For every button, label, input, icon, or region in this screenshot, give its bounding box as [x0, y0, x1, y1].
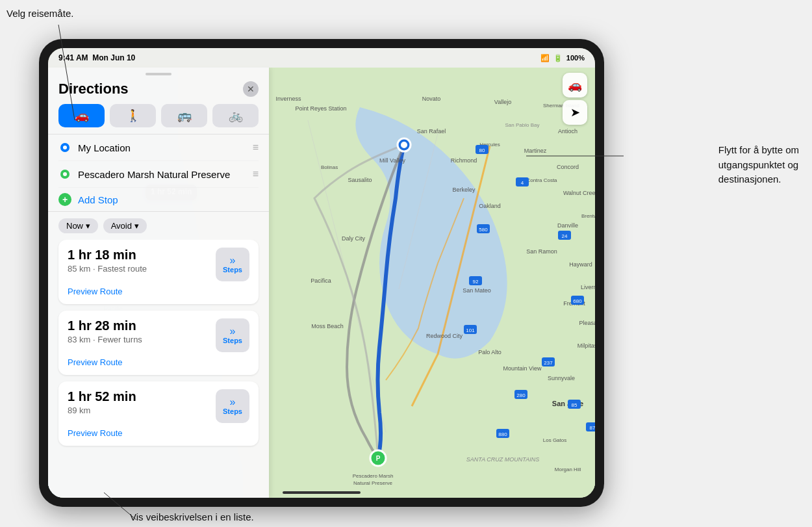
svg-text:Pacifica: Pacifica [311, 277, 331, 284]
preview-route-3[interactable]: Preview Route [68, 428, 249, 438]
svg-text:92: 92 [473, 279, 479, 285]
destination-handle[interactable]: ≡ [253, 168, 259, 180]
steps-chevrons-1: » [230, 255, 236, 266]
svg-text:85: 85 [572, 402, 577, 408]
svg-text:Livermore: Livermore [581, 284, 595, 290]
panel-header: Directions ✕ [48, 75, 269, 101]
svg-text:Natural Preserve: Natural Preserve [353, 480, 393, 486]
svg-text:Palo Alto: Palo Alto [478, 349, 501, 355]
svg-text:Richmond: Richmond [451, 157, 477, 164]
svg-text:87: 87 [590, 425, 595, 431]
ipad-screen: 9:41 AM Mon Jun 10 📶 🔋 100% [48, 48, 595, 498]
steps-button-1[interactable]: » Steps [216, 248, 249, 281]
svg-text:Mountain View: Mountain View [503, 365, 542, 372]
directions-panel: Directions ✕ 🚗 🚶 🚌 🚲 [48, 68, 269, 498]
map-location-button[interactable]: ➤ [563, 100, 587, 125]
transport-transit-button[interactable]: 🚌 [161, 104, 207, 127]
steps-label-2: Steps [223, 337, 242, 344]
route-card-1[interactable]: 1 hr 18 min 85 km · Fastest route » Step… [58, 240, 259, 304]
home-indicator [283, 491, 361, 494]
transport-modes: 🚗 🚶 🚌 🚲 [48, 101, 269, 134]
origin-icon [58, 141, 71, 154]
svg-text:Moss Beach: Moss Beach [311, 323, 344, 329]
status-right: 📶 🔋 100% [540, 54, 585, 62]
panel-title: Directions [58, 81, 129, 97]
svg-point-83 [63, 172, 67, 176]
route-info-1: 1 hr 18 min 85 km · Fastest route [68, 248, 147, 274]
steps-label-3: Steps [223, 407, 242, 415]
add-stop-row[interactable]: + Add Stop [58, 188, 259, 211]
svg-text:Sunnyvale: Sunnyvale [548, 375, 575, 381]
svg-text:Novato: Novato [422, 96, 441, 102]
svg-text:Bolinas: Bolinas [321, 164, 338, 170]
route-info-2: 1 hr 28 min 83 km · Fewer turns [68, 318, 142, 344]
transport-car-button[interactable]: 🚗 [58, 104, 105, 127]
svg-text:San Mateo: San Mateo [463, 287, 491, 294]
svg-text:Contra Costa: Contra Costa [526, 177, 557, 183]
svg-text:Los Gatos: Los Gatos [543, 437, 566, 443]
svg-text:Oakland: Oakland [479, 203, 501, 209]
battery-percent: 100% [566, 54, 585, 62]
route-time-2: 1 hr 28 min [68, 318, 142, 333]
route-card-2[interactable]: 1 hr 28 min 83 km · Fewer turns » Steps … [58, 311, 259, 375]
transport-walk-button[interactable]: 🚶 [110, 104, 156, 127]
svg-text:Danville: Danville [557, 222, 578, 229]
route-time-1: 1 hr 18 min [68, 248, 147, 263]
callout-top-left: Velg reisemåte. [6, 6, 73, 20]
svg-text:24: 24 [562, 233, 568, 239]
svg-text:237: 237 [544, 360, 553, 366]
add-stop-text[interactable]: Add Stop [78, 194, 118, 205]
svg-text:Brentwood: Brentwood [581, 213, 595, 219]
status-time: 9:41 AM Mon Jun 10 [58, 53, 135, 62]
destination-icon [58, 168, 71, 181]
map-btn-group: 🚗 ➤ [563, 73, 587, 125]
svg-text:880: 880 [498, 431, 507, 437]
svg-text:Mill Valley: Mill Valley [379, 157, 405, 164]
route-detail-1: 85 km · Fastest route [68, 264, 147, 274]
svg-text:4: 4 [521, 180, 524, 186]
svg-text:Martinez: Martinez [524, 148, 547, 154]
route-detail-2: 83 km · Fewer turns [68, 335, 142, 344]
origin-text[interactable]: My Location [78, 142, 246, 153]
steps-button-3[interactable]: » Steps [216, 389, 249, 423]
svg-text:San Rafael: San Rafael [417, 128, 446, 135]
destination-text[interactable]: Pescadero Marsh Natural Preserve [78, 169, 246, 180]
svg-text:Milpitas: Milpitas [577, 342, 595, 349]
route-detail-3: 89 km [68, 405, 136, 415]
ipad-frame: 9:41 AM Mon Jun 10 📶 🔋 100% [39, 39, 604, 507]
add-stop-icon: + [58, 193, 71, 206]
route-info-3: 1 hr 52 min 89 km [68, 389, 136, 415]
svg-text:Morgan Hill: Morgan Hill [555, 467, 581, 472]
svg-text:80: 80 [479, 148, 485, 153]
callout-bottom: Vis veibeskrivelsen i en liste. [130, 510, 254, 524]
svg-text:Antioch: Antioch [558, 128, 577, 135]
svg-text:Concord: Concord [557, 164, 579, 170]
transport-bike-button[interactable]: 🚲 [212, 104, 259, 127]
map-car-button[interactable]: 🚗 [563, 73, 587, 97]
svg-text:Pleasanton: Pleasanton [579, 320, 595, 326]
preview-route-1[interactable]: Preview Route [68, 287, 249, 296]
svg-text:280: 280 [516, 392, 526, 398]
preview-route-2[interactable]: Preview Route [68, 357, 249, 367]
svg-point-7 [401, 142, 407, 148]
callout-right: Flytt for å bytte om utgangspunktet og d… [718, 143, 799, 187]
wifi-icon: 📶 [540, 54, 550, 62]
svg-text:P: P [376, 455, 381, 462]
svg-text:Redwood City: Redwood City [426, 333, 463, 339]
svg-text:Berkeley: Berkeley [452, 186, 476, 193]
status-bar: 9:41 AM Mon Jun 10 📶 🔋 100% [48, 48, 595, 68]
origin-handle[interactable]: ≡ [253, 142, 259, 153]
avoid-filter-button[interactable]: Avoid ▾ [103, 218, 147, 233]
steps-chevrons-3: » [230, 397, 236, 407]
battery-icon: 🔋 [553, 54, 563, 62]
svg-text:680: 680 [573, 298, 582, 304]
steps-button-2[interactable]: » Steps [216, 318, 249, 352]
waypoint-origin: My Location ≡ [58, 135, 259, 161]
svg-text:SANTA CRUZ MOUNTAINS: SANTA CRUZ MOUNTAINS [466, 456, 539, 463]
close-button[interactable]: ✕ [243, 81, 259, 97]
svg-text:San Pablo Bay: San Pablo Bay [505, 122, 540, 128]
now-filter-button[interactable]: Now ▾ [58, 218, 98, 233]
filters-row: Now ▾ Avoid ▾ [48, 212, 269, 240]
svg-text:Inverness: Inverness [275, 96, 301, 102]
route-card-3[interactable]: 1 hr 52 min 89 km » Steps Preview Route [58, 381, 259, 446]
